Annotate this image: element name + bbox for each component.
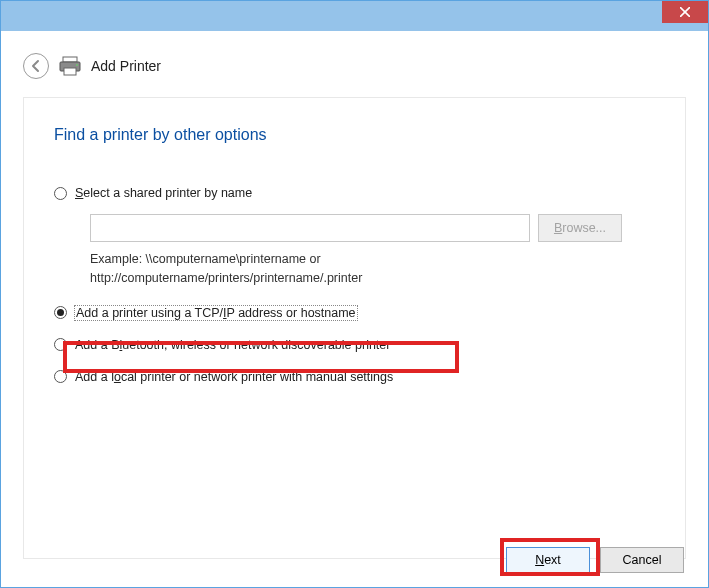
shared-printer-input-row: Browse... [90, 214, 655, 242]
printer-icon [59, 56, 81, 76]
option-bluetooth-printer[interactable]: Add a Bluetooth, wireless or network dis… [54, 338, 655, 352]
close-button[interactable] [662, 1, 708, 23]
svg-rect-4 [64, 68, 76, 75]
option-label: Add a Bluetooth, wireless or network dis… [75, 338, 390, 352]
option-local-printer[interactable]: Add a local printer or network printer w… [54, 370, 655, 384]
svg-point-5 [76, 64, 78, 66]
shared-printer-example: Example: \\computername\printername or h… [90, 250, 520, 288]
add-printer-window: Add Printer Find a printer by other opti… [0, 0, 709, 588]
wizard-button-row: Next Cancel [506, 547, 684, 573]
cancel-button[interactable]: Cancel [600, 547, 684, 573]
svg-rect-2 [63, 57, 77, 62]
back-button[interactable] [23, 53, 49, 79]
radio-icon [54, 338, 67, 351]
wizard-content: Find a printer by other options Select a… [23, 97, 686, 559]
option-label: Select a shared printer by name [75, 186, 252, 200]
option-shared-printer[interactable]: Select a shared printer by name [54, 186, 655, 200]
shared-printer-name-input[interactable] [90, 214, 530, 242]
next-button[interactable]: Next [506, 547, 590, 573]
browse-button: Browse... [538, 214, 622, 242]
radio-icon [54, 187, 67, 200]
option-label: Add a local printer or network printer w… [75, 370, 393, 384]
close-icon [680, 7, 690, 17]
back-arrow-icon [29, 59, 43, 73]
option-tcpip-printer[interactable]: Add a printer using a TCP/IP address or … [54, 306, 655, 320]
option-label: Add a printer using a TCP/IP address or … [75, 306, 357, 320]
wizard-header: Add Printer [1, 31, 708, 89]
header-title: Add Printer [91, 58, 161, 74]
wizard-heading: Find a printer by other options [54, 126, 655, 144]
radio-icon [54, 370, 67, 383]
title-bar [1, 1, 708, 31]
radio-icon [54, 306, 67, 319]
